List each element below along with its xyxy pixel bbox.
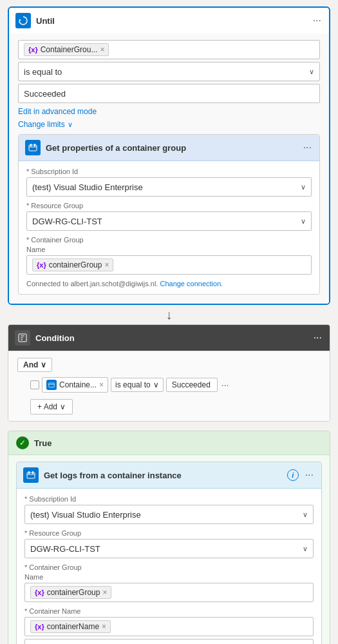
condition-icon xyxy=(15,330,30,346)
logs-subscription-chevron-icon: ∨ xyxy=(303,511,308,519)
logs-subscription-dropdown[interactable]: (test) Visual Studio Enterprise ∨ xyxy=(24,505,314,524)
condition-tag-icon xyxy=(46,380,57,390)
container-group-input[interactable]: {x} containerGroup × xyxy=(26,255,312,275)
info-icon[interactable]: i xyxy=(287,469,299,481)
condition-menu[interactable]: ··· xyxy=(312,332,323,344)
chevron-down-limits-icon: ∨ xyxy=(68,121,73,129)
until-card: Until ··· {x} ContainerGrou... × is equa… xyxy=(8,6,330,305)
condition-checkbox[interactable] xyxy=(30,380,39,389)
true-header: ✓ True xyxy=(8,431,330,455)
container-group-tag[interactable]: {x} containerGroup × xyxy=(32,259,113,271)
logs-resource-group-chevron-icon: ∨ xyxy=(303,545,308,553)
check-symbol: ✓ xyxy=(19,438,26,447)
add-param-dropdown[interactable]: Add new parameter ∨ xyxy=(24,639,314,644)
subscription-dropdown[interactable]: (test) Visual Studio Enterprise ∨ xyxy=(26,177,312,197)
add-chevron-icon: ∨ xyxy=(60,402,66,411)
logs-resource-group-dropdown[interactable]: DGW-RG-CLI-TST ∨ xyxy=(24,539,314,558)
condition-value-input[interactable]: Succeeded xyxy=(166,378,218,392)
logs-container-group-input[interactable]: {x} containerGroup × xyxy=(24,583,314,602)
until-field-tag[interactable]: {x} ContainerGrou... × xyxy=(24,43,109,56)
until-icon xyxy=(15,13,31,28)
resource-group-chevron-icon: ∨ xyxy=(301,217,306,226)
logs-container-name-label: * Container Name xyxy=(24,607,314,615)
check-icon: ✓ xyxy=(16,436,29,449)
get-properties-menu[interactable]: ··· xyxy=(302,142,313,153)
get-logs-header: Get logs from a container instance i ··· xyxy=(17,462,321,489)
container-group-sublabel: Name xyxy=(26,246,312,253)
get-logs-title: Get logs from a container instance xyxy=(44,471,282,480)
svg-rect-1 xyxy=(29,145,37,151)
condition-value-text: Succeeded xyxy=(172,380,211,389)
until-field-input[interactable]: {x} ContainerGrou... × xyxy=(18,40,320,59)
condition-row-menu[interactable]: ··· xyxy=(220,380,230,390)
and-label: And xyxy=(23,360,38,369)
until-title: Until xyxy=(36,16,306,26)
logs-container-name-tag[interactable]: {x} containerName × xyxy=(30,620,111,633)
and-chevron-icon: ∨ xyxy=(41,360,46,369)
container-group-tag-close[interactable]: × xyxy=(104,260,109,269)
subscription-chevron-icon: ∨ xyxy=(301,183,306,191)
condition-operator-label: is equal to xyxy=(115,380,151,389)
until-body: {x} ContainerGrou... × is equal to ∨ Suc… xyxy=(9,34,329,304)
svg-rect-4 xyxy=(34,144,35,146)
svg-rect-13 xyxy=(28,471,30,474)
svg-rect-9 xyxy=(49,383,55,387)
and-dropdown[interactable]: And ∨ xyxy=(17,358,52,372)
chevron-down-icon: ∨ xyxy=(309,68,314,76)
arrow-down-icon: ↓ xyxy=(166,307,173,322)
resource-group-label: * Resource Group xyxy=(26,202,312,210)
logs-subscription-label: * Subscription Id xyxy=(24,495,314,503)
get-properties-title: Get properties of a container group xyxy=(46,143,297,153)
logs-container-group-sublabel: Name xyxy=(24,573,314,581)
svg-marker-0 xyxy=(19,19,21,21)
get-properties-card: Get properties of a container group ··· … xyxy=(18,134,320,295)
condition-tag[interactable]: Containe... × xyxy=(42,377,108,393)
logs-container-group-tag-close[interactable]: × xyxy=(102,588,107,597)
logs-container-group-tag-label: containerGroup xyxy=(47,588,100,597)
subscription-value: (test) Visual Studio Enterprise xyxy=(32,182,143,192)
logs-container-group-label: * Container Group xyxy=(24,563,314,571)
condition-tag-close[interactable]: × xyxy=(99,380,104,389)
until-header: Until ··· xyxy=(9,8,329,34)
condition-body: And ∨ Containe... × is equal to xyxy=(8,351,330,421)
add-button[interactable]: + Add ∨ xyxy=(30,399,73,415)
change-connection-link[interactable]: Change connection. xyxy=(160,280,223,288)
tag-icon: {x} xyxy=(28,46,38,54)
get-logs-icon xyxy=(23,467,39,483)
condition-row: Containe... × is equal to ∨ Succeeded ··… xyxy=(30,377,321,393)
arrow-connector: ↓ xyxy=(166,305,173,324)
container-group-tag-label: containerGroup xyxy=(49,260,102,269)
tag-icon-4: {x} xyxy=(35,623,44,630)
until-menu[interactable]: ··· xyxy=(312,15,323,26)
connected-text-1: Connected to albert.jan.schot@digiwijs.n… xyxy=(26,280,158,288)
logs-container-name-input[interactable]: {x} containerName × xyxy=(24,617,314,636)
resource-group-value: DGW-RG-CLI-TST xyxy=(32,217,102,226)
subscription-label: * Subscription Id xyxy=(26,168,312,175)
get-properties-connected: Connected to albert.jan.schot@digiwijs.n… xyxy=(26,280,312,288)
condition-operator-select[interactable]: is equal to ∨ xyxy=(111,378,164,392)
get-logs-menu[interactable]: ··· xyxy=(304,469,315,481)
change-limits-link[interactable]: Change limits xyxy=(18,120,65,129)
container-group-label: * Container Group xyxy=(26,236,312,244)
true-section: ✓ True Get logs from a container i xyxy=(8,431,330,644)
until-value-input[interactable]: Succeeded xyxy=(18,84,320,103)
true-title: True xyxy=(34,438,322,448)
until-operator-dropdown[interactable]: is equal to ∨ xyxy=(18,62,320,81)
resource-group-dropdown[interactable]: DGW-RG-CLI-TST ∨ xyxy=(26,211,312,231)
logs-container-name-tag-label: containerName xyxy=(47,622,99,631)
logs-container-group-tag[interactable]: {x} containerGroup × xyxy=(30,586,111,599)
svg-rect-11 xyxy=(27,473,35,478)
logs-resource-group-label: * Resource Group xyxy=(24,529,314,537)
logs-container-name-tag-close[interactable]: × xyxy=(102,622,106,631)
get-properties-icon xyxy=(25,140,41,155)
until-field-tag-close[interactable]: × xyxy=(100,45,104,54)
condition-card: Condition ··· And ∨ Containe... xyxy=(8,324,330,422)
add-label: + Add xyxy=(37,402,57,411)
svg-rect-14 xyxy=(32,471,33,474)
edit-advanced-link[interactable]: Edit in advanced mode xyxy=(18,107,97,116)
get-properties-body: * Subscription Id (test) Visual Studio E… xyxy=(19,161,319,294)
condition-header: Condition ··· xyxy=(8,325,330,351)
get-properties-header: Get properties of a container group ··· xyxy=(19,135,319,161)
condition-title: Condition xyxy=(35,333,307,343)
tag-icon-3: {x} xyxy=(35,589,44,596)
